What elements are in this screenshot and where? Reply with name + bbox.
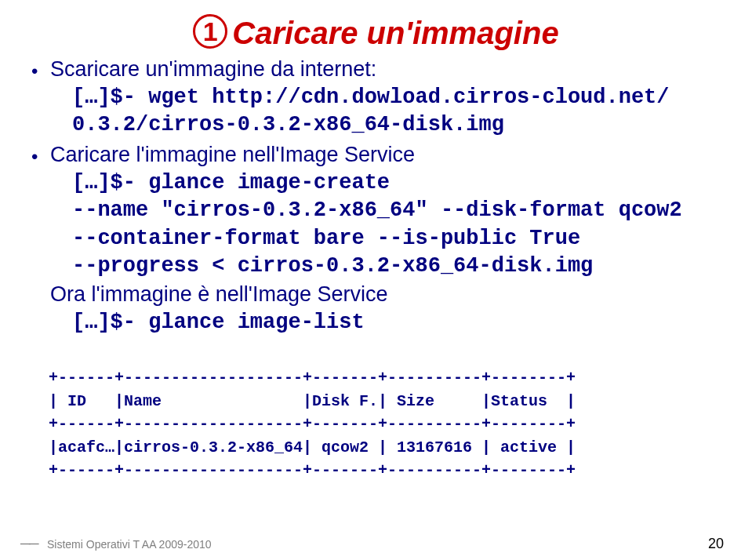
page-number: 20	[708, 536, 724, 552]
table-sep-3: +------+-------------------+-------+----…	[49, 461, 576, 479]
table-data-row: |acafc…|cirros-0.3.2-x86_64| qcow2 | 131…	[49, 438, 576, 456]
content: • Scaricare un'immagine da internet: […]…	[31, 56, 721, 482]
bullet-dot-icon: •	[31, 56, 50, 84]
slide: 1Caricare un'immagine • Scaricare un'imm…	[0, 0, 752, 560]
code-b3-line1: […]$- glance image-list	[31, 309, 721, 337]
code-b2-line4: --progress < cirros-0.3.2-x86_64-disk.im…	[31, 253, 721, 281]
code-b1-line1: […]$- wget http://cdn.dowload.cirros-clo…	[31, 84, 721, 112]
footer-left: ── Sistemi Operativi T AA 2009-2010	[20, 536, 212, 552]
code-b2-line3: --container-format bare --is-public True	[31, 225, 721, 253]
title-row: 1Caricare un'immagine	[31, 14, 721, 51]
bullet-1-text: Scaricare un'immagine da internet:	[50, 56, 376, 84]
footer-decor-icon: ──	[20, 536, 38, 551]
slide-title: 1Caricare un'immagine	[193, 16, 558, 50]
footer-course: Sistemi Operativi T AA 2009-2010	[47, 538, 212, 551]
title-text: Caricare un'immagine	[232, 16, 558, 50]
table-sep-2: +------+-------------------+-------+----…	[49, 415, 576, 433]
table-header-row: | ID |Name |Disk F.| Size |Status |	[49, 392, 576, 410]
footer: ── Sistemi Operativi T AA 2009-2010 20	[20, 536, 724, 552]
bullet-dot-icon: •	[31, 141, 50, 169]
table-sep-1: +------+-------------------+-------+----…	[49, 369, 576, 387]
title-number-icon: 1	[193, 14, 227, 49]
bullet-2-text: Caricare l'immagine nell'Image Service	[50, 141, 415, 169]
line-3-text: Ora l'immagine è nell'Image Service	[31, 281, 721, 309]
bullet-2: • Caricare l'immagine nell'Image Service	[31, 141, 721, 169]
code-b1-line2: 0.3.2/cirros-0.3.2-x86_64-disk.img	[31, 111, 721, 140]
code-b2-line2: --name "cirros-0.3.2-x86_64" --disk-form…	[31, 197, 721, 225]
bullet-1: • Scaricare un'immagine da internet:	[31, 56, 721, 84]
code-b2-line1: […]$- glance image-create	[31, 169, 721, 198]
ascii-table: +------+-------------------+-------+----…	[31, 343, 721, 482]
